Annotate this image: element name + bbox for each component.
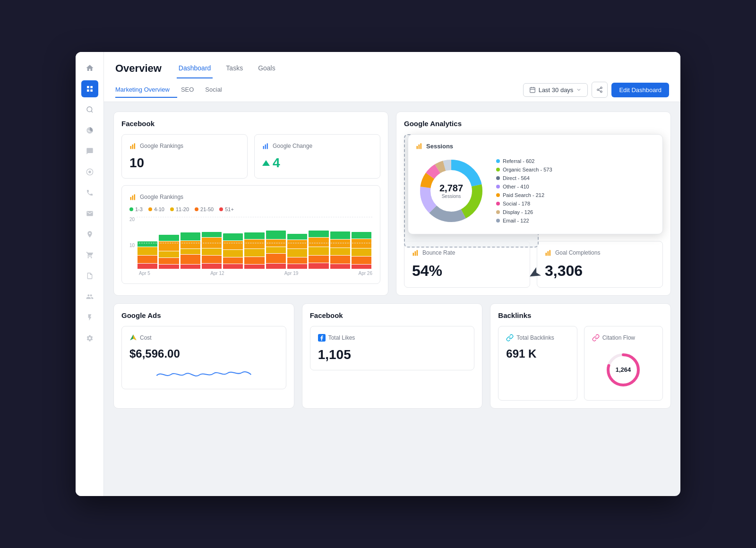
sidebar-icon-location[interactable] (81, 226, 98, 243)
sidebar-icon-phone[interactable] (81, 184, 98, 201)
legend-dot-social (496, 202, 500, 206)
edit-dashboard-button[interactable]: Edit Dashboard (611, 83, 669, 97)
legend-referral: Referral - 602 (496, 158, 655, 164)
sidebar-icon-dashboard[interactable] (81, 80, 98, 97)
sidebar-icon-email[interactable] (81, 205, 98, 222)
sidebar (76, 52, 104, 496)
tab-goals[interactable]: Goals (256, 59, 277, 78)
total-backlinks-value: 691 K (506, 347, 569, 360)
subtab-seo[interactable]: SEO (181, 82, 201, 98)
bar-seg (180, 265, 200, 269)
top-navigation: Overview Dashboard Tasks Goals Marketing… (104, 52, 680, 102)
sidebar-icon-home[interactable] (81, 60, 98, 77)
chart-label: Google Rankings (140, 194, 183, 200)
donut-value: 2,787 (439, 183, 463, 194)
grid-line-top (137, 217, 372, 217)
goal-completions-card: Goal Completions 3,306 (537, 241, 663, 288)
bar-seg (180, 249, 200, 254)
sessions-label: Sessions (426, 143, 453, 150)
cost-label: Cost (140, 334, 152, 341)
facebook-metric-cards: Google Rankings 10 Goog (121, 134, 380, 179)
bar-seg (244, 232, 264, 239)
calendar-icon (529, 86, 536, 93)
goals-icon (545, 249, 552, 257)
total-likes-card: Total Likes 1,105 (310, 326, 475, 370)
legend-email: Email - 122 (496, 218, 655, 223)
sessions-legend: Referral - 602 Organic Search - 573 Dire… (496, 158, 655, 223)
bounce-rate-value: 54% (412, 262, 522, 280)
svg-rect-38 (413, 253, 414, 256)
sidebar-icon-users[interactable] (81, 288, 98, 305)
bounce-rate-card: Bounce Rate 54% (404, 241, 530, 288)
tab-dashboard[interactable]: Dashboard (177, 59, 213, 78)
bottom-row: Google Ads Cost $6,596.00 (113, 303, 671, 409)
sidebar-icon-cart[interactable] (81, 247, 98, 264)
chart-legend: 1-3 4-10 11-20 21-50 51+ (129, 206, 372, 212)
svg-rect-28 (421, 143, 421, 149)
bar-seg (330, 256, 350, 264)
facebook-section-title: Facebook (121, 120, 380, 128)
bar-seg (244, 265, 264, 269)
chart-bars-area (137, 217, 372, 269)
share-button[interactable] (592, 82, 608, 98)
chevron-down-icon (576, 87, 582, 93)
bar-seg (330, 240, 350, 248)
svg-point-13 (597, 89, 599, 91)
google-rankings-card: Google Rankings 10 (121, 134, 248, 179)
bar-seg (137, 256, 157, 264)
legend-social: Social - 178 (496, 201, 655, 206)
google-change-value: 4 (262, 155, 372, 171)
sidebar-icon-listen[interactable] (81, 163, 98, 180)
bar-seg (202, 248, 222, 255)
total-likes-label: Total Likes (328, 334, 355, 341)
legend-paid: Paid Search - 212 (496, 192, 655, 198)
cost-value: $6,596.00 (129, 347, 278, 360)
bar-seg (330, 231, 350, 239)
svg-point-7 (88, 171, 91, 173)
bar-seg (287, 234, 307, 240)
date-filter[interactable]: Last 30 days (523, 83, 588, 97)
legend-11-20: 11-20 (170, 206, 189, 212)
share-icon (596, 86, 603, 93)
bounce-rate-label: Bounce Rate (422, 249, 455, 256)
svg-point-4 (87, 107, 92, 112)
bar-seg (180, 232, 200, 240)
subtab-marketing-overview[interactable]: Marketing Overview (115, 82, 177, 98)
sessions-header: Sessions (416, 142, 655, 150)
svg-rect-42 (548, 251, 549, 256)
legend-21-50: 21-50 (195, 206, 214, 212)
nav-row-1: Overview Dashboard Tasks Goals (115, 52, 669, 78)
svg-rect-41 (546, 253, 547, 256)
bar-seg (159, 258, 179, 264)
facebook-icon (318, 334, 326, 342)
bar-seg (352, 265, 371, 269)
citation-flow-ring: 1,264 (592, 347, 655, 393)
legend-dot-other (496, 185, 500, 188)
bar-seg (223, 250, 243, 257)
bar-seg (266, 247, 286, 253)
sidebar-icon-file[interactable] (81, 267, 98, 284)
bar-seg (244, 240, 264, 249)
bar-seg (159, 251, 179, 257)
subtab-social[interactable]: Social (205, 82, 229, 98)
sidebar-icon-plugin[interactable] (81, 309, 98, 326)
donut-center: 2,787 Sessions (439, 183, 463, 199)
bar-seg (223, 241, 243, 249)
goal-completions-label: Goal Completions (555, 249, 600, 256)
sidebar-icon-settings[interactable] (81, 330, 98, 347)
bar-chart-rankings-icon (129, 193, 137, 201)
sidebar-icon-search[interactable] (81, 101, 98, 118)
google-rankings-header: Google Rankings (129, 142, 240, 150)
tab-tasks[interactable]: Tasks (224, 59, 245, 78)
grid-line-mid (137, 243, 372, 243)
sidebar-icon-chart[interactable] (81, 122, 98, 139)
google-analytics-section: Google Analytics (396, 111, 671, 296)
svg-text:1,264: 1,264 (616, 366, 631, 373)
sidebar-icon-chat[interactable] (81, 143, 98, 160)
backlinks-title: Backlinks (498, 311, 663, 319)
bar-chart-change-icon (262, 142, 270, 150)
svg-rect-27 (419, 145, 420, 149)
bar-seg (352, 257, 371, 265)
bar-seg (287, 264, 307, 269)
sub-tabs: Marketing Overview SEO Social (115, 82, 233, 98)
